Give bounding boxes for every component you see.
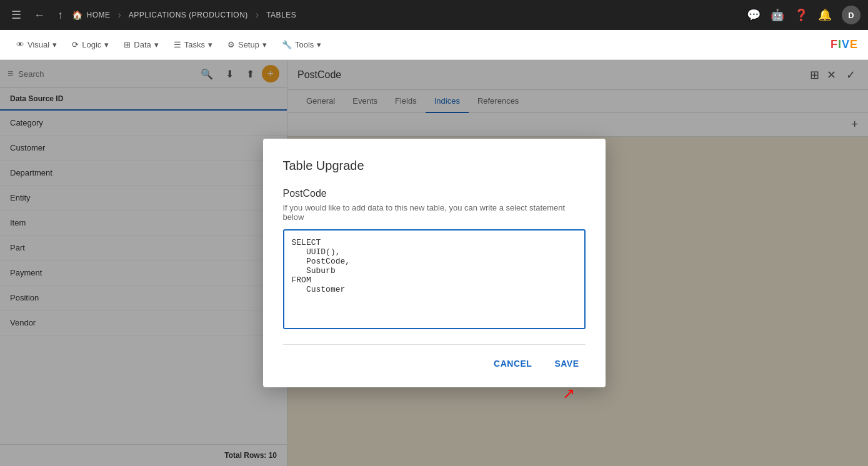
robot-icon[interactable]: 🤖 (771, 8, 784, 22)
breadcrumb-sep1: › (118, 9, 121, 21)
five-logo-f: F (831, 38, 838, 51)
logic-label: Logic (82, 40, 101, 49)
main-area: ≡ 🔍 ⬇ ⬆ + Data Source ID Category Custom… (0, 60, 868, 466)
tools-label: Tools (295, 40, 314, 49)
avatar[interactable]: D (842, 6, 861, 24)
tools-menu[interactable]: 🔧 Tools ▾ (276, 36, 327, 53)
table-upgrade-modal: Table Upgrade PostCode If you would like… (263, 139, 606, 387)
data-icon: ⊞ (124, 40, 131, 49)
visual-dropdown-icon: ▾ (52, 40, 57, 49)
logic-menu[interactable]: ⟳ Logic ▾ (66, 36, 115, 53)
data-label: Data (134, 40, 151, 49)
five-logo-e: E (850, 38, 858, 51)
avatar-letter: D (848, 11, 854, 20)
home-icon: 🏠 (72, 10, 83, 20)
visual-label: Visual (27, 40, 49, 49)
tasks-label: Tasks (184, 40, 205, 49)
chat-icon[interactable]: 💬 (747, 8, 761, 22)
logic-dropdown-icon: ▾ (104, 40, 109, 49)
apps-label: APPLICATIONS (PRODUCTION) (129, 11, 248, 19)
tools-dropdown-icon: ▾ (317, 40, 321, 49)
tasks-icon: ☰ (174, 40, 181, 49)
home-link[interactable]: 🏠 HOME (72, 10, 111, 20)
logic-icon: ⟳ (72, 40, 79, 49)
bell-icon[interactable]: 🔔 (818, 8, 832, 22)
modal-title: Table Upgrade (283, 159, 586, 173)
modal-description: If you would like to add data to this ne… (283, 203, 586, 222)
setup-label: Setup (238, 40, 259, 49)
five-logo-container: FIVE (831, 38, 858, 51)
tasks-dropdown-icon: ▾ (208, 40, 212, 49)
tasks-menu[interactable]: ☰ Tasks ▾ (167, 36, 219, 53)
home-label: HOME (87, 11, 111, 19)
eye-icon: 👁 (16, 40, 24, 49)
five-logo-v: V (842, 38, 850, 51)
setup-menu[interactable]: ⚙ Setup ▾ (221, 36, 273, 53)
modal-divider (283, 344, 586, 345)
main-toolbar: 👁 Visual ▾ ⟳ Logic ▾ ⊞ Data ▾ ☰ Tasks ▾ … (0, 30, 868, 60)
topnav-right: 💬 🤖 ❓ 🔔 D (747, 6, 861, 24)
cancel-button[interactable]: CANCEL (487, 355, 538, 372)
tools-icon: 🔧 (282, 40, 292, 49)
setup-icon: ⚙ (227, 40, 235, 49)
top-navbar: ☰ ← ↑ 🏠 HOME › APPLICATIONS (PRODUCTION)… (0, 0, 868, 30)
visual-menu[interactable]: 👁 Visual ▾ (10, 36, 63, 53)
tables-label: TABLES (266, 11, 296, 19)
breadcrumb-sep2: › (256, 9, 259, 21)
apps-link[interactable]: APPLICATIONS (PRODUCTION) (129, 11, 248, 19)
back-icon[interactable]: ← (30, 6, 49, 24)
modal-postcode-label: PostCode (283, 188, 586, 199)
tables-link[interactable]: TABLES (266, 11, 296, 19)
data-menu[interactable]: ⊞ Data ▾ (117, 36, 164, 53)
sql-textarea[interactable]: SELECT UUID(), PostCode, Suburb FROM Cus… (283, 229, 586, 329)
modal-actions: CANCEL SAVE (283, 355, 586, 372)
menu-icon[interactable]: ☰ (7, 6, 25, 24)
save-button[interactable]: SAVE (548, 355, 585, 372)
up-icon[interactable]: ↑ (54, 6, 67, 24)
help-icon[interactable]: ❓ (794, 8, 808, 22)
data-dropdown-icon: ▾ (154, 40, 159, 49)
setup-dropdown-icon: ▾ (262, 40, 267, 49)
